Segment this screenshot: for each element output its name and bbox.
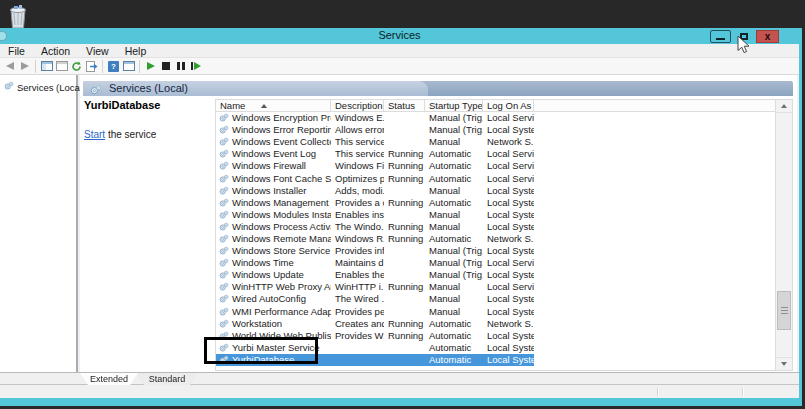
- scrollbar-thumb[interactable]: [777, 291, 791, 330]
- start-service-icon[interactable]: [143, 59, 158, 74]
- services-gear-icon: [4, 81, 14, 93]
- service-row[interactable]: Windows Store Service (WS...Provides inf…: [216, 245, 534, 257]
- service-row[interactable]: Windows UpdateEnables the ...Manual (Tri…: [216, 269, 534, 281]
- close-button[interactable]: x: [756, 30, 779, 43]
- help-icon[interactable]: ?: [106, 59, 121, 74]
- cell-name: Windows Update: [216, 269, 331, 281]
- menu-view[interactable]: View: [78, 45, 117, 57]
- tree-item-services-local[interactable]: Services (Local): [0, 75, 76, 93]
- toolbar-separator: [139, 60, 140, 73]
- export-list-icon[interactable]: [84, 59, 99, 74]
- column-header-log-on-as[interactable]: Log On As: [483, 100, 534, 111]
- forward-icon[interactable]: [17, 59, 32, 74]
- service-row[interactable]: Windows InstallerAdds, modi...ManualLoca…: [216, 185, 534, 197]
- cell-name: Wired AutoConfig: [216, 293, 331, 305]
- cell-name: Windows Remote Manage...: [216, 233, 331, 245]
- cell-log-on-as: Local Service: [483, 148, 534, 160]
- service-gear-icon: [219, 246, 229, 256]
- cell-name: Windows Encryption Provid...: [216, 112, 331, 124]
- pane-banner: Services (Local): [83, 81, 793, 96]
- service-row[interactable]: Windows Process Activatio...The Windo...…: [216, 221, 534, 233]
- restart-service-icon[interactable]: [188, 59, 203, 74]
- cell-description: Windows Fi...: [331, 160, 384, 172]
- tab-standard[interactable]: Standard: [136, 373, 198, 385]
- menu-action[interactable]: Action: [33, 45, 78, 57]
- column-header-startup-type[interactable]: Startup Type: [425, 100, 483, 111]
- titlebar[interactable]: Services x: [0, 28, 799, 44]
- cell-startup-type: Automatic: [425, 233, 483, 245]
- status-bar: [0, 386, 799, 398]
- refresh-icon[interactable]: [69, 59, 84, 74]
- service-row[interactable]: Windows FirewallWindows Fi...RunningAuto…: [216, 160, 534, 172]
- pane-title: Services (Local): [109, 82, 188, 94]
- services-list: Name Description Status Startup Type Log…: [215, 99, 793, 371]
- extended-view-icon[interactable]: [121, 59, 136, 74]
- toolbar: ?: [0, 58, 799, 75]
- service-row[interactable]: Windows Management Inst...Provides a c..…: [216, 197, 534, 209]
- service-row[interactable]: Windows Modules InstallerEnables inst...…: [216, 209, 534, 221]
- cell-name: WinHTTP Web Proxy Auto-...: [216, 281, 331, 293]
- vertical-scrollbar[interactable]: [775, 100, 792, 370]
- cell-description: WinHTTP i...: [331, 281, 384, 293]
- cell-startup-type: Automatic: [425, 160, 483, 172]
- console-tree-pane: Services (Local): [0, 75, 78, 372]
- cell-log-on-as: Local Service: [483, 173, 534, 185]
- cell-log-on-as: Local Service: [483, 257, 534, 269]
- cell-name: Windows Error Reporting Se...: [216, 124, 331, 136]
- cell-description: Optimizes p...: [331, 173, 384, 185]
- service-row[interactable]: Windows Remote Manage...Windows R...Runn…: [216, 233, 534, 245]
- cell-status: Running: [384, 233, 425, 245]
- column-header-status[interactable]: Status: [384, 100, 425, 111]
- service-gear-icon: [219, 161, 229, 171]
- desktop: Services x File Action View Help: [0, 0, 805, 409]
- cell-startup-type: Automatic: [425, 173, 483, 185]
- cell-name: WMI Performance Adapter: [216, 306, 331, 318]
- cell-startup-type: Manual (Trig...: [425, 257, 483, 269]
- window-title: Services: [0, 29, 799, 41]
- service-row[interactable]: WMI Performance AdapterProvides pe...Man…: [216, 306, 534, 318]
- service-row[interactable]: WorkstationCreates and...RunningAutomati…: [216, 318, 534, 330]
- scroll-up-button[interactable]: [776, 100, 792, 113]
- column-header-description[interactable]: Description: [331, 100, 384, 111]
- cell-startup-type: Manual (Trig...: [425, 245, 483, 257]
- cell-log-on-as: Network S...: [483, 136, 534, 148]
- back-icon[interactable]: [2, 59, 17, 74]
- cell-description: Maintains d...: [331, 257, 384, 269]
- stop-service-icon[interactable]: [158, 59, 173, 74]
- tab-extended[interactable]: Extended: [80, 373, 138, 385]
- minimize-button[interactable]: [710, 30, 731, 43]
- service-row[interactable]: Windows TimeMaintains d...Manual (Trig..…: [216, 257, 534, 269]
- service-gear-icon: [219, 319, 229, 329]
- service-gear-icon: [219, 174, 229, 184]
- cell-log-on-as: Local Syste...: [483, 209, 534, 221]
- cell-log-on-as: Local Syste...: [483, 342, 534, 354]
- start-service-link[interactable]: Start: [84, 129, 105, 140]
- cell-startup-type: Manual: [425, 281, 483, 293]
- view-tabs-row: Extended Standard: [0, 372, 799, 385]
- service-row[interactable]: Windows Font Cache ServiceOptimizes p...…: [216, 172, 534, 184]
- cell-log-on-as: Local Service: [483, 160, 534, 172]
- service-gear-icon: [219, 210, 229, 220]
- menu-file[interactable]: File: [0, 45, 33, 57]
- service-row[interactable]: Wired AutoConfigThe Wired ...ManualLocal…: [216, 293, 534, 305]
- service-row[interactable]: Windows Encryption Provid...Windows E...…: [216, 112, 534, 124]
- column-header-name[interactable]: Name: [216, 100, 331, 111]
- cell-description: Adds, modi...: [331, 185, 384, 197]
- properties-icon[interactable]: [54, 59, 69, 74]
- show-console-tree-icon[interactable]: [39, 59, 54, 74]
- cell-description: Provides pe...: [331, 306, 384, 318]
- service-row[interactable]: WinHTTP Web Proxy Auto-...WinHTTP i...Ru…: [216, 281, 534, 293]
- service-row[interactable]: Windows Event LogThis service ...Running…: [216, 148, 534, 160]
- recycle-bin-icon[interactable]: [7, 2, 29, 29]
- service-row[interactable]: Windows Event CollectorThis service ...M…: [216, 136, 534, 148]
- menu-help[interactable]: Help: [117, 45, 155, 57]
- pause-service-icon[interactable]: [173, 59, 188, 74]
- action-suffix: the service: [105, 129, 156, 140]
- cell-description: The Windo...: [331, 221, 384, 233]
- tree-item-label: Services (Local): [17, 82, 85, 93]
- cell-log-on-as: Local Syste...: [483, 306, 534, 318]
- toolbar-separator: [102, 60, 103, 73]
- minimize-icon: [716, 38, 725, 40]
- service-row[interactable]: Windows Error Reporting Se...Allows erro…: [216, 124, 534, 136]
- scroll-down-button[interactable]: [776, 357, 792, 370]
